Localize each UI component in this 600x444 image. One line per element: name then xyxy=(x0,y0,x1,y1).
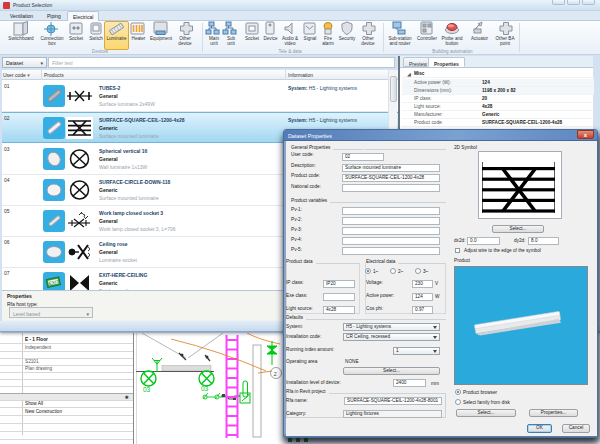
svg-text:03: 03 xyxy=(143,386,151,393)
svg-text:2: 2 xyxy=(274,371,278,377)
svg-text:03: 03 xyxy=(201,385,209,392)
